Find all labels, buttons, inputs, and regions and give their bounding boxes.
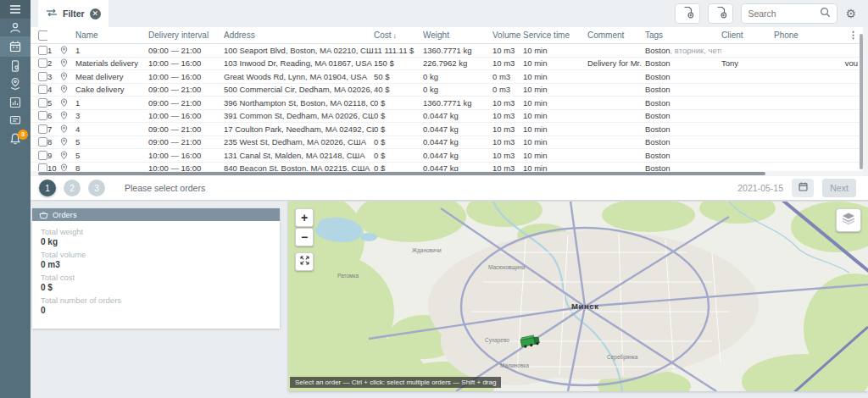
summary-field-value: 0 bbox=[41, 306, 271, 315]
order-service-time: 10 min bbox=[523, 124, 587, 134]
order-address: 235 West St, Dedham, MA 02026, США bbox=[224, 137, 374, 146]
horizontal-scrollbar-thumb[interactable] bbox=[38, 172, 765, 175]
row-number: 8 bbox=[47, 137, 60, 146]
map-layers-button[interactable] bbox=[836, 208, 861, 232]
pin-icon bbox=[60, 124, 75, 134]
sidebar-item-routes[interactable] bbox=[0, 75, 31, 93]
toolbar: Filter ✕ bbox=[31, 0, 868, 27]
add-order-file-button[interactable] bbox=[675, 3, 700, 24]
map-fullscreen-button[interactable] bbox=[295, 252, 314, 271]
order-cost: 150 $ bbox=[374, 58, 423, 68]
search-input[interactable] bbox=[748, 8, 816, 19]
order-tags: Boston bbox=[645, 163, 721, 171]
step-circle-1[interactable]: 1 bbox=[39, 180, 56, 196]
sidebar-item-notifications[interactable]: 3 bbox=[0, 130, 31, 147]
col-header-tags[interactable]: Tags bbox=[645, 30, 721, 40]
order-name: Meat delivery bbox=[75, 72, 148, 81]
order-weight: 0.0447 kg bbox=[423, 137, 492, 146]
col-header-cost[interactable]: Cost↓ bbox=[374, 30, 423, 40]
map-city-label: Минск bbox=[571, 301, 599, 311]
import-orders-button[interactable] bbox=[708, 3, 733, 24]
order-weight: 0.0447 kg bbox=[423, 151, 492, 160]
table-row[interactable]: 4 Cake delivery 09:00 — 21:00 500 Commer… bbox=[31, 84, 868, 97]
table-row[interactable]: 5 1 09:00 — 21:00 396 Northampton St, Bo… bbox=[31, 97, 868, 110]
pin-icon bbox=[60, 98, 75, 108]
sidebar-item-users[interactable] bbox=[0, 19, 31, 36]
date-value[interactable]: 2021-05-15 bbox=[737, 183, 783, 193]
pin-icon bbox=[60, 46, 75, 55]
calendar-picker-icon bbox=[798, 180, 809, 196]
next-button[interactable]: Next bbox=[822, 179, 856, 197]
col-header-phone[interactable]: Phone bbox=[774, 30, 828, 40]
order-cost: 40 $ bbox=[374, 85, 423, 94]
col-header-weight[interactable]: Weight bbox=[423, 30, 492, 40]
step-circle-2[interactable]: 2 bbox=[64, 180, 81, 196]
col-header-name[interactable]: Name bbox=[75, 30, 148, 40]
sidebar-item-dispatch[interactable] bbox=[0, 57, 31, 75]
map-zoom-in-button[interactable]: + bbox=[295, 208, 314, 227]
table-row[interactable]: 6 3 10:00 — 16:00 391 Common St, Dedham,… bbox=[31, 110, 868, 124]
settings-gear-icon[interactable]: ⚙ bbox=[845, 8, 856, 19]
order-volume: 10 m3 bbox=[492, 137, 523, 146]
col-header-interval[interactable]: Delivery interval bbox=[148, 30, 224, 40]
table-row[interactable]: 3 Meat delivery 10:00 — 16:00 Great Wood… bbox=[31, 70, 868, 84]
map-zoom-out-button[interactable]: − bbox=[295, 228, 314, 246]
order-cost: 50 $ bbox=[374, 72, 423, 81]
row-checkbox[interactable] bbox=[31, 137, 47, 146]
file-plus-icon bbox=[682, 6, 694, 22]
orders-panel-title: Orders bbox=[53, 211, 77, 219]
table-row[interactable]: 1 1 09:00 — 21:00 100 Seaport Blvd, Bost… bbox=[31, 44, 868, 58]
order-volume: 10 m3 bbox=[492, 111, 523, 120]
column-menu-icon[interactable]: ⋮ bbox=[849, 30, 858, 40]
vertical-scrollbar-thumb[interactable] bbox=[860, 34, 863, 169]
pin-icon bbox=[60, 85, 75, 94]
summary-field-value: 0 $ bbox=[41, 283, 271, 292]
select-all-checkbox[interactable] bbox=[31, 30, 47, 41]
table-row[interactable]: 8 5 09:00 — 21:00 235 West St, Dedham, M… bbox=[31, 136, 868, 150]
stepper-steps: 123 bbox=[39, 180, 113, 196]
row-checkbox[interactable] bbox=[31, 111, 47, 120]
table-row[interactable]: 9 5 10:00 — 16:00 131 Canal St, Malden, … bbox=[31, 149, 868, 163]
step-circle-3[interactable]: 3 bbox=[88, 180, 105, 196]
sidebar-item-messages[interactable] bbox=[0, 112, 31, 130]
row-checkbox[interactable] bbox=[31, 85, 47, 94]
filter-clear-button[interactable]: ✕ bbox=[90, 8, 101, 19]
order-weight: 0 kg bbox=[423, 72, 492, 81]
row-checkbox[interactable] bbox=[31, 72, 47, 81]
sidebar-item-reports[interactable] bbox=[0, 93, 31, 111]
search-box bbox=[741, 3, 837, 24]
filter-chip[interactable]: Filter ✕ bbox=[38, 0, 108, 27]
vertical-scrollbar bbox=[863, 27, 868, 176]
order-volume: 10 m3 bbox=[492, 163, 523, 171]
row-checkbox[interactable] bbox=[31, 163, 47, 171]
row-checkbox[interactable] bbox=[31, 124, 47, 134]
order-comment: Delivery for Mr. … bbox=[587, 58, 645, 68]
col-header-volume[interactable]: Volume bbox=[492, 30, 523, 40]
table-row[interactable]: 10 8 10:00 — 16:00 840 Beacon St, Boston… bbox=[31, 163, 868, 172]
order-volume: 10 m3 bbox=[492, 98, 523, 108]
calendar-icon bbox=[8, 40, 22, 53]
col-header-service-time[interactable]: Service time bbox=[523, 30, 587, 40]
summary-field-label: Total volume bbox=[41, 250, 271, 259]
col-header-client[interactable]: Client bbox=[721, 30, 774, 40]
hamburger-menu-icon bbox=[8, 3, 22, 15]
hamburger-menu-button[interactable] bbox=[0, 0, 31, 19]
sidebar-item-orders[interactable] bbox=[0, 36, 31, 57]
order-interval: 09:00 — 21:00 bbox=[148, 98, 224, 108]
order-interval: 09:00 — 21:00 bbox=[148, 124, 224, 134]
table-row[interactable]: 2 Materials delivery 10:00 — 16:00 103 I… bbox=[31, 58, 868, 71]
notification-badge: 3 bbox=[18, 130, 28, 140]
table-row[interactable]: 7 4 09:00 — 21:00 17 Coulton Park, Needh… bbox=[31, 123, 868, 136]
order-address: 100 Seaport Blvd, Boston, MA 02210, США bbox=[224, 46, 374, 55]
row-checkbox[interactable] bbox=[31, 58, 47, 68]
row-checkbox[interactable] bbox=[31, 98, 47, 108]
order-address: 840 Beacon St, Boston, MA 02215, США bbox=[224, 163, 374, 171]
row-checkbox[interactable] bbox=[31, 46, 47, 55]
map[interactable]: Минск ЖдановичиРатомкаМасюковщинаСухарев… bbox=[288, 202, 868, 391]
row-number: 10 bbox=[47, 163, 60, 171]
order-address: 103 Inwood Dr, Reading, MA 01867, USA bbox=[224, 58, 374, 68]
col-header-address[interactable]: Address bbox=[224, 30, 374, 40]
col-header-comment[interactable]: Comment bbox=[587, 30, 645, 40]
date-picker-button[interactable] bbox=[792, 179, 814, 197]
row-checkbox[interactable] bbox=[31, 151, 47, 160]
